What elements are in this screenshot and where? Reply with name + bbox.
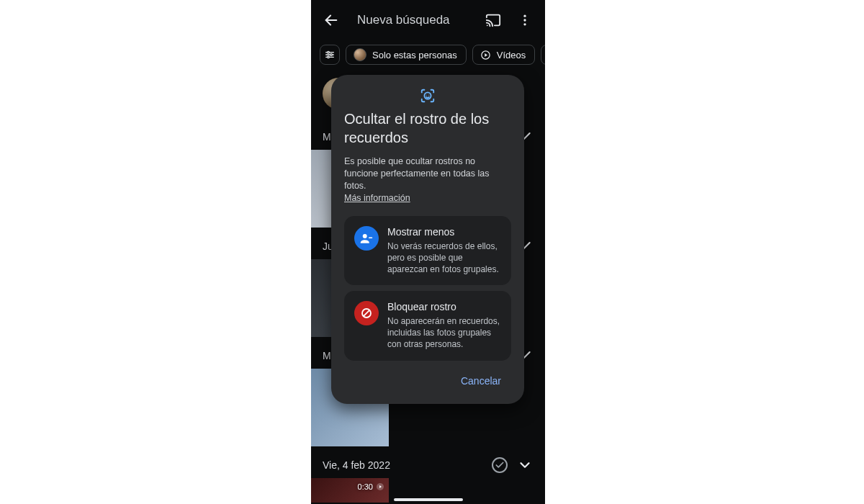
cancel-button[interactable]: Cancelar	[454, 369, 508, 392]
svg-point-19	[428, 95, 429, 96]
system-nav-bar	[311, 498, 545, 501]
option-subtitle: No verás recuerdos de ellos, pero es pos…	[387, 240, 501, 276]
person-remove-icon	[360, 232, 373, 245]
option-icon-bubble	[354, 226, 379, 251]
block-icon	[360, 307, 373, 320]
option-title: Mostrar menos	[387, 226, 501, 238]
face-scan-icon	[420, 88, 436, 104]
svg-rect-21	[369, 237, 372, 238]
dialog-header-icon	[344, 88, 511, 104]
svg-point-20	[363, 234, 367, 238]
dialog-description: Es posible que ocultar rostros no funcio…	[344, 156, 511, 204]
option-block-face[interactable]: Bloquear rostro No aparecerán en recuerd…	[344, 291, 511, 361]
option-subtitle: No aparecerán en recuerdos, incluidas la…	[387, 315, 501, 351]
more-info-link[interactable]: Más información	[344, 193, 410, 203]
option-title: Bloquear rostro	[387, 301, 501, 312]
gesture-pill-icon	[394, 498, 463, 501]
hide-face-dialog: Ocultar el rostro de los recuerdos Es po…	[331, 75, 524, 404]
option-show-less[interactable]: Mostrar menos No verás recuerdos de ello…	[344, 216, 511, 286]
svg-point-18	[426, 95, 427, 96]
dialog-options: Mostrar menos No verás recuerdos de ello…	[344, 216, 511, 361]
dialog-actions: Cancelar	[344, 361, 511, 397]
option-icon-bubble	[354, 301, 379, 325]
dialog-title: Ocultar el rostro de los recuerdos	[344, 109, 511, 147]
device-frame: Nueva búsqueda Solo estas personas Vídeo…	[311, 0, 545, 504]
dialog-description-text: Es posible que ocultar rostros no funcio…	[344, 156, 490, 191]
svg-line-23	[364, 310, 369, 316]
